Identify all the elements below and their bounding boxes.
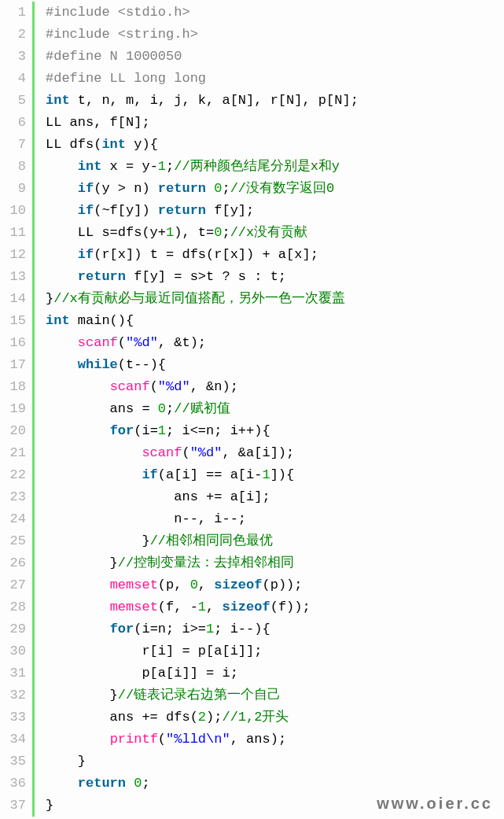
line-number: 33 xyxy=(0,706,26,729)
line-number: 2 xyxy=(0,24,26,46)
line-number: 31 xyxy=(0,662,26,684)
code-line: #include <stdio.h> xyxy=(46,2,359,24)
line-number: 10 xyxy=(0,200,26,222)
code-line: while(t--){ xyxy=(46,354,359,376)
code-line: return f[y] = s>t ? s : t; xyxy=(46,266,359,288)
line-number: 25 xyxy=(0,530,26,552)
code-line: return 0; xyxy=(46,773,359,795)
code-line: #include <string.h> xyxy=(46,24,359,46)
line-number: 17 xyxy=(0,354,26,376)
line-number: 20 xyxy=(0,420,26,442)
line-number: 27 xyxy=(0,574,26,596)
line-number: 24 xyxy=(0,508,26,530)
code-line: printf("%lld\n", ans); xyxy=(46,729,359,751)
code-content: #include <stdio.h>#include <string.h>#de… xyxy=(35,2,359,817)
code-line: memset(p, 0, sizeof(p)); xyxy=(46,574,359,596)
code-line: r[i] = p[a[i]]; xyxy=(46,640,359,662)
line-number: 18 xyxy=(0,376,26,398)
code-line: }//控制变量法：去掉相邻相同 xyxy=(46,552,359,574)
line-number: 15 xyxy=(0,310,26,332)
line-number: 14 xyxy=(0,288,26,310)
code-line: if(a[i] == a[i-1]){ xyxy=(46,464,359,486)
watermark: www.oier.cc xyxy=(377,792,493,814)
line-number: 4 xyxy=(0,68,26,90)
line-number: 9 xyxy=(0,178,26,200)
line-number: 13 xyxy=(0,266,26,288)
line-number: 37 xyxy=(0,795,26,817)
code-line: int t, n, m, i, j, k, a[N], r[N], p[N]; xyxy=(46,90,359,112)
line-number: 32 xyxy=(0,684,26,706)
line-number: 7 xyxy=(0,134,26,156)
code-block: 1234567891011121314151617181920212223242… xyxy=(0,0,504,817)
line-number: 8 xyxy=(0,156,26,178)
line-number: 28 xyxy=(0,596,26,618)
code-line: n--, i--; xyxy=(46,508,359,530)
line-number: 23 xyxy=(0,486,26,508)
line-number: 30 xyxy=(0,640,26,662)
line-number: 35 xyxy=(0,751,26,773)
line-number: 26 xyxy=(0,552,26,574)
code-line: LL dfs(int y){ xyxy=(46,134,359,156)
code-line: #define N 1000050 xyxy=(46,46,359,68)
line-number: 34 xyxy=(0,729,26,751)
code-line: if(r[x]) t = dfs(r[x]) + a[x]; xyxy=(46,244,359,266)
code-line: #define LL long long xyxy=(46,68,359,90)
code-line: int main(){ xyxy=(46,310,359,332)
line-number: 36 xyxy=(0,773,26,795)
line-number: 19 xyxy=(0,398,26,420)
code-line: if(~f[y]) return f[y]; xyxy=(46,200,359,222)
code-line: ans = 0;//赋初值 xyxy=(46,398,359,420)
code-line: scanf("%d", &n); xyxy=(46,376,359,398)
code-line: } xyxy=(46,795,359,817)
code-line: LL s=dfs(y+1), t=0;//x没有贡献 xyxy=(46,222,359,244)
code-line: if(y > n) return 0;//没有数字返回0 xyxy=(46,178,359,200)
line-number: 22 xyxy=(0,464,26,486)
code-line: ans += a[i]; xyxy=(46,486,359,508)
line-number: 12 xyxy=(0,244,26,266)
line-number: 21 xyxy=(0,442,26,464)
code-line: for(i=1; i<=n; i++){ xyxy=(46,420,359,442)
code-line: LL ans, f[N]; xyxy=(46,112,359,134)
line-number: 3 xyxy=(0,46,26,68)
code-line: }//链表记录右边第一个自己 xyxy=(46,684,359,706)
line-number: 5 xyxy=(0,90,26,112)
code-line: int x = y-1;//两种颜色结尾分别是x和y xyxy=(46,156,359,178)
line-number: 11 xyxy=(0,222,26,244)
line-number: 1 xyxy=(0,2,26,24)
line-number: 6 xyxy=(0,112,26,134)
code-line: for(i=n; i>=1; i--){ xyxy=(46,618,359,640)
code-line: }//相邻相同同色最优 xyxy=(46,530,359,552)
line-number: 29 xyxy=(0,618,26,640)
code-line: } xyxy=(46,751,359,773)
line-number-gutter: 1234567891011121314151617181920212223242… xyxy=(0,2,35,817)
line-number: 16 xyxy=(0,332,26,354)
code-line: memset(f, -1, sizeof(f)); xyxy=(46,596,359,618)
code-line: }//x有贡献必与最近同值搭配，另外一色一次覆盖 xyxy=(46,288,359,310)
code-line: scanf("%d", &t); xyxy=(46,332,359,354)
code-line: scanf("%d", &a[i]); xyxy=(46,442,359,464)
code-line: p[a[i]] = i; xyxy=(46,662,359,684)
code-line: ans += dfs(2);//1,2开头 xyxy=(46,706,359,729)
